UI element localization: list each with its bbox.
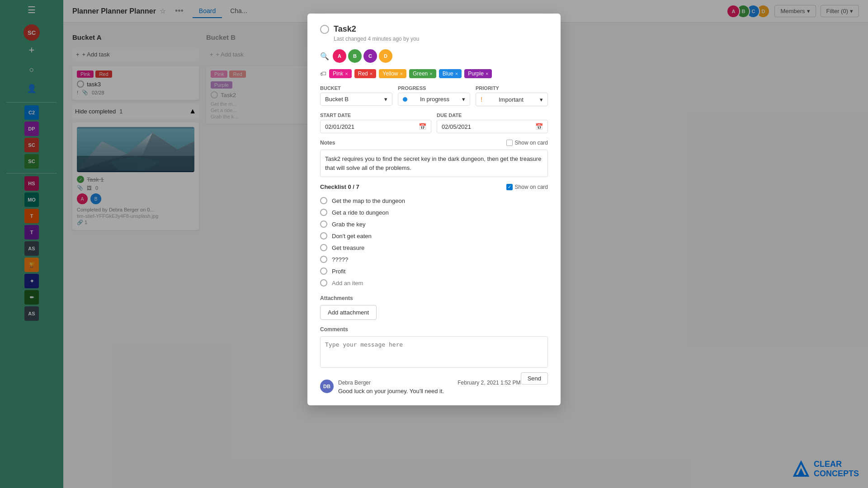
remove-tag-blue[interactable]: × bbox=[455, 71, 458, 76]
modal-tag-yellow: Yellow × bbox=[379, 69, 406, 78]
attachments-label: Attachments bbox=[320, 295, 548, 301]
priority-chevron-icon: ▾ bbox=[540, 96, 543, 103]
bucket-value: Bucket B bbox=[325, 96, 349, 103]
checklist-add-label: Add an item bbox=[332, 280, 363, 286]
progress-dot-icon bbox=[403, 97, 407, 102]
modal-task-name[interactable]: Task2 bbox=[334, 24, 356, 34]
label-tag-icon: 🏷 bbox=[320, 70, 326, 77]
progress-field-group: Progress In progress ▾ bbox=[398, 85, 470, 106]
modal-tag-red: Red × bbox=[354, 69, 376, 78]
modal-tag-green: Green × bbox=[409, 69, 436, 78]
checklist-radio-1[interactable] bbox=[320, 209, 327, 216]
checklist-show-checkbox[interactable]: ✓ bbox=[506, 184, 513, 190]
due-date-picker[interactable]: 02/05/2021 📅 bbox=[437, 120, 548, 133]
checklist-item-3[interactable]: Don't get eaten bbox=[320, 230, 548, 242]
start-date-calendar-icon: 📅 bbox=[419, 123, 426, 130]
remove-tag-green[interactable]: × bbox=[429, 71, 432, 76]
progress-value: In progress bbox=[420, 96, 449, 103]
assignee-2: B bbox=[348, 49, 362, 63]
start-date-picker[interactable]: 02/01/2021 📅 bbox=[320, 120, 431, 133]
modal-notes-row: Notes Show on card bbox=[320, 140, 548, 148]
assignee-1: A bbox=[333, 49, 346, 63]
comment-author-0: Debra Berger bbox=[338, 380, 371, 386]
add-attachment-button[interactable]: Add attachment bbox=[320, 305, 377, 320]
progress-field-label: Progress bbox=[398, 85, 470, 91]
modal-assignees: 🔍 A B C D bbox=[320, 49, 548, 63]
checklist-text-6: Profit bbox=[332, 268, 345, 275]
checklist-item-2[interactable]: Grab the key bbox=[320, 218, 548, 230]
checklist-text-5: ????? bbox=[332, 256, 348, 263]
priority-value: Important bbox=[499, 96, 524, 103]
modal-tag-purple: Purple × bbox=[464, 69, 492, 78]
checklist-add-item[interactable]: Add an item bbox=[320, 277, 548, 289]
comment-content-0: Debra Berger February 2, 2021 1:52 PM Go… bbox=[338, 380, 521, 394]
checklist-text-2: Grab the key bbox=[332, 221, 365, 228]
notes-text[interactable]: Task2 requires you to find the secret ke… bbox=[320, 150, 548, 177]
checklist-item-6[interactable]: Profit bbox=[320, 265, 548, 277]
assignee-search-icon[interactable]: 🔍 bbox=[320, 52, 329, 61]
assignee-4: D bbox=[379, 49, 392, 63]
checklist-header: Checklist 0 / 7 ✓ Show on card bbox=[320, 183, 548, 190]
start-date-label: Start date bbox=[320, 113, 431, 118]
watermark-text: CLEAR CONCEPTS bbox=[814, 460, 859, 479]
bucket-select[interactable]: Bucket B ▾ bbox=[320, 93, 392, 106]
comments-label: Comments bbox=[320, 326, 548, 333]
modal-dates: Start date 02/01/2021 📅 Due date 02/05/2… bbox=[320, 113, 548, 133]
checklist-title: Checklist 0 / 7 bbox=[320, 183, 359, 190]
checklist-text-1: Get a ride to dungeon bbox=[332, 209, 389, 216]
due-date-calendar-icon: 📅 bbox=[535, 123, 543, 130]
remove-tag-pink[interactable]: × bbox=[345, 71, 348, 76]
checklist-show-on-card[interactable]: ✓ Show on card bbox=[506, 184, 548, 190]
watermark: CLEAR CONCEPTS bbox=[792, 460, 859, 479]
modal-tag-pink: Pink × bbox=[329, 69, 352, 78]
notes-show-checkbox[interactable] bbox=[506, 140, 513, 146]
priority-select[interactable]: ! Important ▾ bbox=[476, 93, 548, 106]
comment-row-0: DB Debra Berger February 2, 2021 1:52 PM… bbox=[320, 380, 521, 394]
bucket-field-label: Bucket bbox=[320, 85, 392, 91]
priority-field-group: Priority ! Important ▾ bbox=[476, 85, 548, 106]
checklist-radio-4[interactable] bbox=[320, 244, 327, 251]
comment-text-0: Good luck on your journey. You'll need i… bbox=[338, 388, 521, 394]
checklist-item-5[interactable]: ????? bbox=[320, 253, 548, 265]
remove-tag-purple[interactable]: × bbox=[486, 71, 488, 76]
task-detail-modal: Task2 Last changed 4 minutes ago by you … bbox=[307, 14, 561, 405]
remove-tag-red[interactable]: × bbox=[370, 71, 373, 76]
checklist-text-4: Get treasure bbox=[332, 244, 364, 251]
checklist-add-radio bbox=[320, 279, 327, 286]
progress-select[interactable]: In progress ▾ bbox=[398, 93, 470, 106]
send-button[interactable]: Send bbox=[521, 372, 548, 385]
modal-overlay[interactable]: Task2 Last changed 4 minutes ago by you … bbox=[0, 0, 868, 488]
remove-tag-yellow[interactable]: × bbox=[400, 71, 402, 76]
notes-show-label: Show on card bbox=[515, 140, 548, 146]
modal-last-changed: Last changed 4 minutes ago by you bbox=[334, 36, 548, 42]
checklist-item-0[interactable]: Get the map to the dungeon bbox=[320, 195, 548, 206]
checklist-radio-3[interactable] bbox=[320, 232, 327, 239]
due-date-value: 02/05/2021 bbox=[442, 123, 471, 130]
comments-input[interactable] bbox=[320, 336, 548, 368]
priority-field-label: Priority bbox=[476, 85, 548, 91]
due-date-field-group: Due date 02/05/2021 📅 bbox=[437, 113, 548, 133]
checklist-radio-5[interactable] bbox=[320, 256, 327, 263]
comment-meta-0: Debra Berger February 2, 2021 1:52 PM bbox=[338, 380, 521, 386]
modal-tag-blue: Blue × bbox=[439, 69, 462, 78]
modal-title-row: Task2 bbox=[320, 24, 548, 34]
modal-tags: 🏷 Pink × Red × Yellow × Green × Blue × bbox=[320, 69, 548, 78]
bucket-chevron-icon: ▾ bbox=[384, 96, 387, 103]
modal-task-circle[interactable] bbox=[320, 25, 329, 34]
due-date-label: Due date bbox=[437, 113, 548, 118]
priority-exclamation-icon: ! bbox=[481, 96, 482, 103]
comment-avatar-0: DB bbox=[320, 380, 334, 393]
bucket-field-group: Bucket Bucket B ▾ bbox=[320, 85, 392, 106]
checklist-radio-6[interactable] bbox=[320, 267, 327, 275]
progress-chevron-icon: ▾ bbox=[462, 96, 465, 103]
comment-date-0: February 2, 2021 1:52 PM bbox=[458, 380, 520, 386]
checklist-radio-2[interactable] bbox=[320, 221, 327, 228]
modal-fields: Bucket Bucket B ▾ Progress In progress ▾… bbox=[320, 85, 548, 106]
checklist-item-4[interactable]: Get treasure bbox=[320, 242, 548, 253]
notes-show-on-card[interactable]: Show on card bbox=[506, 140, 548, 146]
start-date-value: 02/01/2021 bbox=[325, 123, 354, 130]
notes-label: Notes bbox=[320, 140, 335, 146]
checklist-item-1[interactable]: Get a ride to dungeon bbox=[320, 206, 548, 218]
start-date-field-group: Start date 02/01/2021 📅 bbox=[320, 113, 431, 133]
checklist-radio-0[interactable] bbox=[320, 197, 327, 204]
